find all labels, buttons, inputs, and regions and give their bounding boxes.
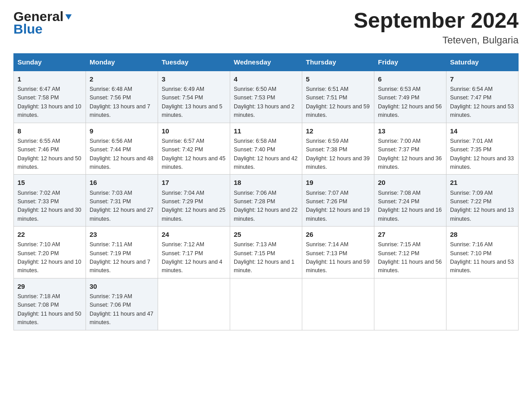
- table-row: 25Sunrise: 7:13 AMSunset: 7:15 PMDayligh…: [230, 227, 302, 278]
- table-row: 23Sunrise: 7:11 AMSunset: 7:19 PMDayligh…: [86, 227, 158, 278]
- table-row: 14Sunrise: 7:01 AMSunset: 7:35 PMDayligh…: [446, 123, 519, 175]
- table-row: 18Sunrise: 7:06 AMSunset: 7:28 PMDayligh…: [230, 175, 302, 227]
- calendar-week-row: 15Sunrise: 7:02 AMSunset: 7:33 PMDayligh…: [14, 175, 519, 227]
- day-number: 15: [17, 177, 82, 188]
- table-row: 13Sunrise: 7:00 AMSunset: 7:37 PMDayligh…: [374, 123, 446, 175]
- day-number: 7: [450, 74, 515, 84]
- table-row: 20Sunrise: 7:08 AMSunset: 7:24 PMDayligh…: [374, 175, 446, 227]
- day-number: 2: [90, 74, 154, 84]
- header-saturday: Saturday: [446, 53, 519, 71]
- table-row: 22Sunrise: 7:10 AMSunset: 7:20 PMDayligh…: [14, 227, 86, 278]
- day-info: Sunrise: 6:50 AMSunset: 7:53 PMDaylight:…: [234, 85, 298, 120]
- table-row: 7Sunrise: 6:54 AMSunset: 7:47 PMDaylight…: [446, 71, 519, 123]
- calendar-week-row: 29Sunrise: 7:18 AMSunset: 7:08 PMDayligh…: [14, 278, 519, 330]
- calendar-week-row: 8Sunrise: 6:55 AMSunset: 7:46 PMDaylight…: [14, 123, 519, 175]
- table-row: 26Sunrise: 7:14 AMSunset: 7:13 PMDayligh…: [302, 227, 374, 278]
- table-row: 21Sunrise: 7:09 AMSunset: 7:22 PMDayligh…: [446, 175, 519, 227]
- day-info: Sunrise: 7:01 AMSunset: 7:35 PMDaylight:…: [450, 137, 515, 172]
- day-info: Sunrise: 7:11 AMSunset: 7:19 PMDaylight:…: [90, 240, 154, 275]
- table-row: 1Sunrise: 6:47 AMSunset: 7:58 PMDaylight…: [14, 71, 86, 123]
- day-number: 13: [378, 126, 442, 136]
- day-info: Sunrise: 6:53 AMSunset: 7:49 PMDaylight:…: [378, 85, 442, 120]
- day-number: 4: [234, 74, 298, 84]
- day-info: Sunrise: 7:14 AMSunset: 7:13 PMDaylight:…: [306, 240, 370, 275]
- day-number: 23: [90, 229, 154, 240]
- day-number: 16: [90, 177, 154, 188]
- day-number: 30: [90, 281, 154, 291]
- page-header: General Blue September 2024 Teteven, Bul…: [13, 9, 519, 46]
- logo-area: General Blue: [13, 9, 73, 37]
- day-info: Sunrise: 6:59 AMSunset: 7:38 PMDaylight:…: [306, 137, 370, 172]
- day-info: Sunrise: 7:12 AMSunset: 7:17 PMDaylight:…: [162, 240, 226, 275]
- day-number: 24: [162, 229, 226, 240]
- table-row: 28Sunrise: 7:16 AMSunset: 7:10 PMDayligh…: [446, 227, 519, 278]
- day-info: Sunrise: 7:08 AMSunset: 7:24 PMDaylight:…: [378, 189, 442, 224]
- day-number: 20: [378, 177, 442, 188]
- day-info: Sunrise: 6:55 AMSunset: 7:46 PMDaylight:…: [17, 137, 82, 172]
- table-row: [374, 278, 446, 330]
- logo-text-blue: Blue: [13, 21, 43, 37]
- table-row: 12Sunrise: 6:59 AMSunset: 7:38 PMDayligh…: [302, 123, 374, 175]
- day-info: Sunrise: 6:54 AMSunset: 7:47 PMDaylight:…: [450, 85, 515, 120]
- table-row: 3Sunrise: 6:49 AMSunset: 7:54 PMDaylight…: [158, 71, 230, 123]
- table-row: 30Sunrise: 7:19 AMSunset: 7:06 PMDayligh…: [86, 278, 158, 330]
- table-row: 24Sunrise: 7:12 AMSunset: 7:17 PMDayligh…: [158, 227, 230, 278]
- day-number: 12: [306, 126, 370, 136]
- weekday-header-row: Sunday Monday Tuesday Wednesday Thursday…: [14, 53, 519, 71]
- table-row: 2Sunrise: 6:48 AMSunset: 7:56 PMDaylight…: [86, 71, 158, 123]
- header-thursday: Thursday: [302, 53, 374, 71]
- day-number: 14: [450, 126, 515, 136]
- day-number: 6: [378, 74, 442, 84]
- day-number: 29: [17, 281, 82, 291]
- table-row: 17Sunrise: 7:04 AMSunset: 7:29 PMDayligh…: [158, 175, 230, 227]
- table-row: [230, 278, 302, 330]
- day-number: 17: [162, 177, 226, 188]
- table-row: 10Sunrise: 6:57 AMSunset: 7:42 PMDayligh…: [158, 123, 230, 175]
- table-row: [446, 278, 519, 330]
- day-info: Sunrise: 6:58 AMSunset: 7:40 PMDaylight:…: [234, 137, 298, 172]
- day-info: Sunrise: 7:04 AMSunset: 7:29 PMDaylight:…: [162, 189, 226, 224]
- day-number: 25: [234, 229, 298, 240]
- day-info: Sunrise: 6:57 AMSunset: 7:42 PMDaylight:…: [162, 137, 226, 172]
- table-row: [302, 278, 374, 330]
- title-area: September 2024 Teteven, Bulgaria: [354, 9, 519, 46]
- table-row: 29Sunrise: 7:18 AMSunset: 7:08 PMDayligh…: [14, 278, 86, 330]
- table-row: 27Sunrise: 7:15 AMSunset: 7:12 PMDayligh…: [374, 227, 446, 278]
- table-row: 15Sunrise: 7:02 AMSunset: 7:33 PMDayligh…: [14, 175, 86, 227]
- day-info: Sunrise: 7:00 AMSunset: 7:37 PMDaylight:…: [378, 137, 442, 172]
- table-row: 8Sunrise: 6:55 AMSunset: 7:46 PMDaylight…: [14, 123, 86, 175]
- day-number: 28: [450, 229, 515, 240]
- day-info: Sunrise: 6:47 AMSunset: 7:58 PMDaylight:…: [17, 85, 82, 120]
- header-sunday: Sunday: [14, 53, 86, 71]
- header-friday: Friday: [374, 53, 446, 71]
- day-info: Sunrise: 7:13 AMSunset: 7:15 PMDaylight:…: [234, 240, 298, 275]
- calendar-week-row: 1Sunrise: 6:47 AMSunset: 7:58 PMDaylight…: [14, 71, 519, 123]
- day-info: Sunrise: 6:51 AMSunset: 7:51 PMDaylight:…: [306, 85, 370, 120]
- table-row: 4Sunrise: 6:50 AMSunset: 7:53 PMDaylight…: [230, 71, 302, 123]
- day-number: 18: [234, 177, 298, 188]
- day-info: Sunrise: 7:03 AMSunset: 7:31 PMDaylight:…: [90, 189, 154, 224]
- day-info: Sunrise: 6:49 AMSunset: 7:54 PMDaylight:…: [162, 85, 226, 120]
- day-info: Sunrise: 7:18 AMSunset: 7:08 PMDaylight:…: [17, 292, 82, 327]
- day-number: 21: [450, 177, 515, 188]
- location-title: Teteven, Bulgaria: [354, 34, 519, 46]
- day-info: Sunrise: 6:48 AMSunset: 7:56 PMDaylight:…: [90, 85, 154, 120]
- table-row: 19Sunrise: 7:07 AMSunset: 7:26 PMDayligh…: [302, 175, 374, 227]
- day-info: Sunrise: 7:06 AMSunset: 7:28 PMDaylight:…: [234, 189, 298, 224]
- day-number: 3: [162, 74, 226, 84]
- day-number: 1: [17, 74, 82, 84]
- table-row: 11Sunrise: 6:58 AMSunset: 7:40 PMDayligh…: [230, 123, 302, 175]
- day-info: Sunrise: 7:10 AMSunset: 7:20 PMDaylight:…: [17, 240, 82, 275]
- day-info: Sunrise: 7:15 AMSunset: 7:12 PMDaylight:…: [378, 240, 442, 275]
- day-number: 9: [90, 126, 154, 136]
- table-row: 9Sunrise: 6:56 AMSunset: 7:44 PMDaylight…: [86, 123, 158, 175]
- day-number: 8: [17, 126, 82, 136]
- day-info: Sunrise: 7:02 AMSunset: 7:33 PMDaylight:…: [17, 189, 82, 224]
- svg-marker-0: [65, 14, 72, 20]
- table-row: 5Sunrise: 6:51 AMSunset: 7:51 PMDaylight…: [302, 71, 374, 123]
- day-info: Sunrise: 7:16 AMSunset: 7:10 PMDaylight:…: [450, 240, 515, 275]
- day-info: Sunrise: 7:09 AMSunset: 7:22 PMDaylight:…: [450, 189, 515, 224]
- table-row: 6Sunrise: 6:53 AMSunset: 7:49 PMDaylight…: [374, 71, 446, 123]
- day-number: 19: [306, 177, 370, 188]
- day-info: Sunrise: 7:19 AMSunset: 7:06 PMDaylight:…: [90, 292, 154, 327]
